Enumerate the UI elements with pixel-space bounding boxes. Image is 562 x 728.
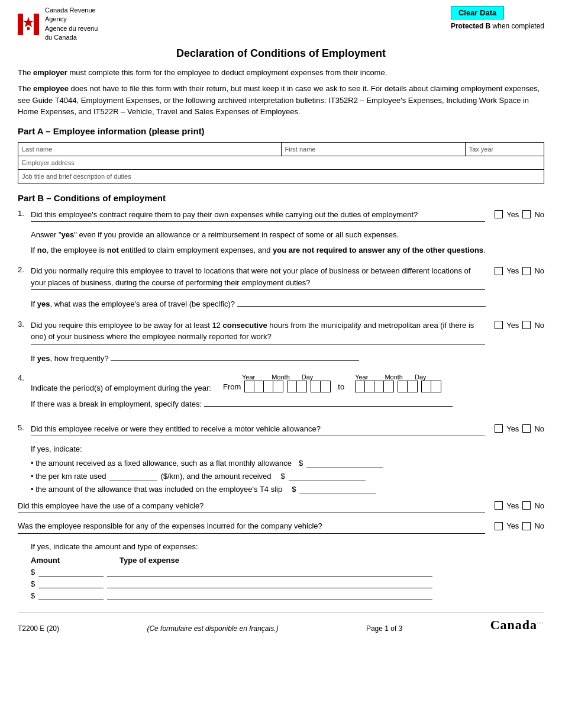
q4-from-day[interactable] — [311, 381, 331, 392]
company-vehicle-row: Did this employee have the use of a comp… — [18, 500, 544, 517]
question-4-block: 4. Indicate the period(s) of employment … — [18, 373, 544, 414]
name-row: Last name First name Tax year — [18, 142, 544, 156]
responsible-yes-label: Yes — [506, 521, 519, 530]
q4-text: Indicate the period(s) of employment dur… — [31, 384, 211, 392]
dollar-sign-2: $ — [31, 579, 35, 588]
protected-text: Protected B when completed — [451, 22, 544, 30]
amount-field-3[interactable] — [38, 591, 104, 600]
q2-travel-area-field[interactable] — [237, 297, 486, 307]
top-right: Clear Data Protected B when completed — [451, 6, 544, 30]
q5-bullet1-field[interactable] — [306, 459, 383, 468]
q4-from-month[interactable] — [287, 381, 307, 392]
q2-num: 2. — [18, 265, 31, 274]
q2-no-label: No — [534, 266, 544, 275]
intro-p2: The employee does not have to file this … — [18, 83, 544, 118]
q5-bullet1-row: • the amount received as a fixed allowan… — [31, 459, 544, 468]
part-b-heading: Part B – Conditions of employment — [18, 193, 544, 203]
q5-bullet3-field[interactable] — [299, 485, 376, 494]
q5-bullet2-text1: • the per km rate used — [31, 472, 106, 481]
q1-text: Did this employee's contract require the… — [31, 209, 491, 226]
q3-yes-no: Yes No — [491, 321, 544, 330]
tax-year-label: Tax year — [469, 146, 494, 165]
q5-yes-checkbox[interactable] — [495, 424, 503, 433]
q1-sub1: Answer "yes" even if you provide an allo… — [31, 229, 544, 241]
q4-break-dates-field[interactable] — [204, 397, 453, 407]
if-yes-indicate: If yes, indicate the amount and type of … — [31, 541, 544, 553]
q3-text: Did you require this employee to be away… — [31, 320, 491, 348]
question-5-row: 5. Did this employee receive or were the… — [18, 423, 544, 440]
q4-break-row: If there was a break in employment, spec… — [31, 397, 544, 410]
company-vehicle-no-label: No — [534, 501, 544, 510]
q4-to-section: Year Month Day — [350, 373, 441, 392]
q5-km-rate-field[interactable] — [109, 472, 157, 481]
first-name-cell: First name — [281, 142, 465, 156]
q5-yes-no: Yes No — [491, 424, 544, 433]
q5-bullet1-text: • the amount received as a fixed allowan… — [31, 459, 292, 468]
employer-address-row: Employer address — [18, 156, 544, 169]
company-vehicle-yes-label: Yes — [506, 501, 519, 510]
q4-from-section: Year Month Day From — [223, 373, 344, 392]
job-title-row: Job title and brief description of dutie… — [18, 169, 544, 183]
q5-no-checkbox[interactable] — [522, 424, 531, 433]
q2-no-checkbox[interactable] — [522, 267, 531, 275]
q1-yes-checkbox[interactable] — [495, 210, 503, 218]
q1-no-label: No — [534, 210, 544, 219]
intro-p1: The employer must complete this form for… — [18, 67, 544, 79]
agency-fr: Agence du revenudu Canada — [45, 24, 98, 43]
q1-sub2: If no, the employee is not entitled to c… — [31, 244, 544, 256]
q1-no-checkbox[interactable] — [522, 210, 531, 218]
part-a-heading: Part A – Employee information (please pr… — [18, 126, 544, 136]
clear-data-button[interactable]: Clear Data — [451, 6, 504, 20]
form-footer: T2200 E (20) (Ce formulaire est disponib… — [18, 612, 544, 633]
company-vehicle-no-checkbox[interactable] — [522, 501, 531, 510]
part-a-table: Last name First name Tax year Employer a… — [18, 142, 544, 183]
last-name-cell: Last name — [18, 142, 282, 156]
q2-yes-checkbox[interactable] — [495, 267, 503, 275]
q1-yes-no: Yes No — [491, 210, 544, 219]
q5-num: 5. — [18, 423, 31, 432]
q3-no-checkbox[interactable] — [522, 321, 531, 329]
q5-bullet2-dollar: $ — [281, 472, 285, 481]
q3-sub1: If yes, how frequently? — [31, 352, 544, 365]
type-field-2[interactable] — [107, 579, 432, 588]
expense-row-3: $ — [31, 591, 544, 600]
agency-en: Canada RevenueAgency — [45, 6, 98, 24]
amount-field-1[interactable] — [38, 567, 104, 576]
responsible-row: Was the employee responsible for any of … — [18, 520, 544, 537]
job-title-label: Job title and brief description of dutie… — [22, 173, 131, 192]
question-2-row: 2. Did you normally require this employe… — [18, 265, 544, 294]
q4-to-year[interactable] — [355, 381, 394, 392]
q5-text: Did this employee receive or were they e… — [31, 423, 491, 440]
french-note: (Ce formulaire est disponible en françai… — [147, 624, 278, 633]
question-1-block: 1. Did this employee's contract require … — [18, 209, 544, 256]
employer-address-cell: Employer address — [18, 156, 544, 169]
job-title-cell: Job title and brief description of dutie… — [18, 169, 544, 183]
amount-field-2[interactable] — [38, 579, 104, 588]
q4-month-label2: Month — [385, 373, 403, 381]
q4-num: 4. — [18, 373, 31, 382]
expense-row-2: $ — [31, 579, 544, 588]
q4-year-label1: Year — [242, 373, 255, 381]
svg-rect-0 — [18, 14, 23, 35]
q5-bullet2-field[interactable] — [289, 472, 366, 481]
q4-to-day[interactable] — [421, 381, 441, 392]
question-3-block: 3. Did you require this employee to be a… — [18, 320, 544, 365]
q4-to-month[interactable] — [398, 381, 418, 392]
q4-to-row — [350, 381, 441, 392]
q3-frequency-field[interactable] — [111, 352, 359, 361]
company-vehicle-yes-checkbox[interactable] — [495, 501, 503, 510]
responsible-text: Was the employee responsible for any of … — [18, 520, 491, 537]
q3-yes-checkbox[interactable] — [495, 321, 503, 329]
responsible-yes-checkbox[interactable] — [495, 522, 503, 530]
q2-sub1: If yes, what was the employee's area of … — [31, 297, 544, 310]
q4-from-year[interactable] — [244, 381, 283, 392]
responsible-no-checkbox[interactable] — [522, 522, 531, 530]
company-vehicle-text: Did this employee have the use of a comp… — [18, 500, 491, 517]
q3-yes-label: Yes — [506, 321, 519, 330]
type-field-1[interactable] — [107, 567, 432, 576]
type-field-3[interactable] — [107, 591, 432, 600]
q2-yes-no: Yes No — [491, 266, 544, 275]
q4-month-label1: Month — [272, 373, 290, 381]
q2-yes-label: Yes — [506, 266, 519, 275]
form-title: Declaration of Conditions of Employment — [18, 47, 544, 60]
